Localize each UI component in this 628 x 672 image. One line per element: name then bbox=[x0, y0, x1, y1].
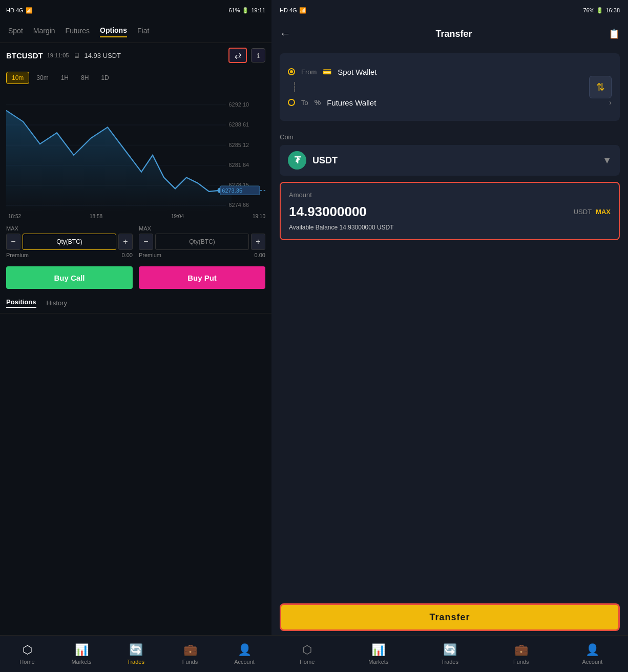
right-battery: 76% bbox=[583, 7, 594, 13]
nav-account[interactable]: 👤 Account bbox=[217, 636, 271, 672]
available-balance: Available Balance 14.93000000 USDT bbox=[289, 224, 611, 231]
right-nav-home[interactable]: ⬡ Home bbox=[271, 636, 343, 672]
premium-row-right: Premium 0.00 bbox=[139, 252, 265, 258]
time-label-1: 18:58 bbox=[90, 214, 102, 219]
nav-tabs: Spot Margin Futures Options Fiat bbox=[0, 20, 271, 43]
available-balance-value: 14.93000000 USDT bbox=[340, 224, 394, 231]
amount-value: 14.93000000 bbox=[289, 204, 570, 220]
svg-text:6273.35: 6273.35 bbox=[222, 187, 242, 194]
right-nav-markets[interactable]: 📊 Markets bbox=[343, 636, 414, 672]
qty-plus-right[interactable]: + bbox=[251, 234, 265, 250]
to-wallet-arrow[interactable]: › bbox=[609, 98, 612, 107]
info-icon: ℹ bbox=[257, 52, 260, 59]
buy-put-button[interactable]: Buy Put bbox=[139, 266, 265, 289]
premium-row-left: Premium 0.00 bbox=[6, 252, 133, 258]
right-nav-trades[interactable]: 🔄 Trades bbox=[414, 636, 485, 672]
svg-text:6285.12: 6285.12 bbox=[229, 142, 249, 148]
carrier-info: HD 4G 📶 bbox=[6, 7, 33, 14]
nav-home[interactable]: ⬡ Home bbox=[0, 636, 54, 672]
status-bar-right: HD 4G 📶 76% 🔋 16:38 bbox=[271, 0, 628, 20]
markets-icon: 📊 bbox=[75, 643, 89, 657]
tab-positions[interactable]: Positions bbox=[6, 298, 36, 308]
swap-direction-button[interactable]: ⇅ bbox=[589, 76, 612, 98]
tab-history[interactable]: History bbox=[47, 299, 67, 307]
battery-text: 61% bbox=[228, 7, 240, 13]
interval-30m[interactable]: 30m bbox=[31, 72, 53, 83]
tab-margin[interactable]: Margin bbox=[33, 27, 55, 37]
premium-value-right: 0.00 bbox=[255, 252, 265, 258]
to-label: To bbox=[301, 99, 308, 107]
from-radio-dot bbox=[290, 70, 293, 73]
to-row: To % Futures Wallet › bbox=[288, 92, 612, 113]
right-funds-label: Funds bbox=[513, 659, 529, 665]
from-radio bbox=[288, 68, 295, 75]
amount-max-button[interactable]: MAX bbox=[596, 208, 611, 216]
connector-line bbox=[294, 82, 295, 92]
interval-1d[interactable]: 1D bbox=[96, 72, 114, 83]
account-label: Account bbox=[234, 659, 255, 665]
markets-label: Markets bbox=[71, 659, 91, 665]
tab-futures[interactable]: Futures bbox=[66, 27, 90, 37]
nav-trades[interactable]: 🔄 Trades bbox=[109, 636, 163, 672]
svg-text:6274.66: 6274.66 bbox=[229, 202, 249, 208]
right-trades-icon: 🔄 bbox=[443, 643, 457, 657]
wallet-icon: 💳 bbox=[323, 68, 331, 76]
svg-marker-6 bbox=[6, 111, 232, 211]
tab-options[interactable]: Options bbox=[100, 26, 127, 37]
available-balance-label: Available Balance bbox=[289, 224, 338, 231]
right-trades-label: Trades bbox=[441, 659, 458, 665]
from-row: From 💳 Spot Wallet bbox=[288, 61, 612, 82]
account-icon: 👤 bbox=[238, 643, 252, 657]
dashed-connector bbox=[288, 82, 612, 92]
funds-icon: 💼 bbox=[183, 643, 197, 657]
right-bottom-nav: ⬡ Home 📊 Markets 🔄 Trades 💼 Funds 👤 Acco… bbox=[271, 635, 628, 672]
monitor-icon: 🖥 bbox=[73, 51, 80, 59]
ticker-row: BTCUSDT 19:11:05 🖥 14.93 USDT ⇄ ℹ bbox=[0, 43, 271, 68]
tab-spot[interactable]: Spot bbox=[8, 27, 23, 37]
from-wallet: Spot Wallet bbox=[338, 68, 376, 76]
tab-fiat[interactable]: Fiat bbox=[137, 27, 149, 37]
right-nav-funds[interactable]: 💼 Funds bbox=[486, 636, 557, 672]
funds-label: Funds bbox=[182, 659, 198, 665]
transfer-menu-button[interactable]: 📋 bbox=[609, 28, 620, 39]
right-carrier: HD 4G bbox=[280, 7, 297, 13]
carrier-text: HD 4G bbox=[6, 7, 24, 13]
right-nav-account[interactable]: 👤 Account bbox=[557, 636, 628, 672]
from-label: From bbox=[301, 68, 317, 76]
trading-col-left: MAX − + Premium 0.00 bbox=[6, 225, 133, 258]
time-text: 19:11 bbox=[251, 7, 265, 13]
nav-funds[interactable]: 💼 Funds bbox=[163, 636, 217, 672]
info-button[interactable]: ℹ bbox=[251, 48, 265, 62]
swap-ticker-button[interactable]: ⇄ bbox=[228, 48, 247, 63]
interval-10m[interactable]: 10m bbox=[6, 72, 29, 84]
trading-col-right: MAX − + Premium 0.00 bbox=[139, 225, 265, 258]
qty-input-left[interactable] bbox=[23, 234, 116, 250]
battery-time: 61% 🔋 19:11 bbox=[228, 7, 265, 14]
qty-minus-right[interactable]: − bbox=[139, 234, 153, 250]
qty-input-right[interactable] bbox=[155, 234, 249, 250]
transfer-button[interactable]: Transfer bbox=[280, 603, 620, 631]
qty-minus-left[interactable]: − bbox=[6, 234, 20, 250]
svg-text:6292.10: 6292.10 bbox=[229, 101, 249, 108]
interval-1h[interactable]: 1H bbox=[56, 72, 74, 83]
status-bar-left: HD 4G 📶 61% 🔋 19:11 bbox=[0, 0, 271, 20]
interval-8h[interactable]: 8H bbox=[76, 72, 94, 83]
swap-icon: ⇄ bbox=[235, 51, 241, 60]
max-label-left: MAX bbox=[6, 225, 133, 232]
right-funds-icon: 💼 bbox=[514, 643, 528, 657]
nav-markets[interactable]: 📊 Markets bbox=[54, 636, 109, 672]
trades-icon: 🔄 bbox=[129, 643, 143, 657]
qty-row-right: − + bbox=[139, 234, 265, 250]
home-icon: ⬡ bbox=[23, 643, 32, 657]
dropdown-arrow-icon: ▼ bbox=[602, 155, 612, 166]
signal-icon: 📶 bbox=[26, 7, 33, 14]
right-time: 16:38 bbox=[605, 7, 620, 13]
coin-selector[interactable]: ₮ USDT ▼ bbox=[280, 145, 620, 176]
coin-name: USDT bbox=[312, 155, 338, 166]
price-chart: 6292.10 6288.61 6285.12 6281.64 6278.15 … bbox=[6, 88, 265, 211]
buy-call-button[interactable]: Buy Call bbox=[6, 266, 133, 289]
transfer-title: Transfer bbox=[299, 29, 609, 39]
back-button[interactable]: ← bbox=[280, 27, 291, 40]
qty-plus-left[interactable]: + bbox=[118, 234, 133, 250]
amount-title: Amount bbox=[289, 191, 611, 199]
